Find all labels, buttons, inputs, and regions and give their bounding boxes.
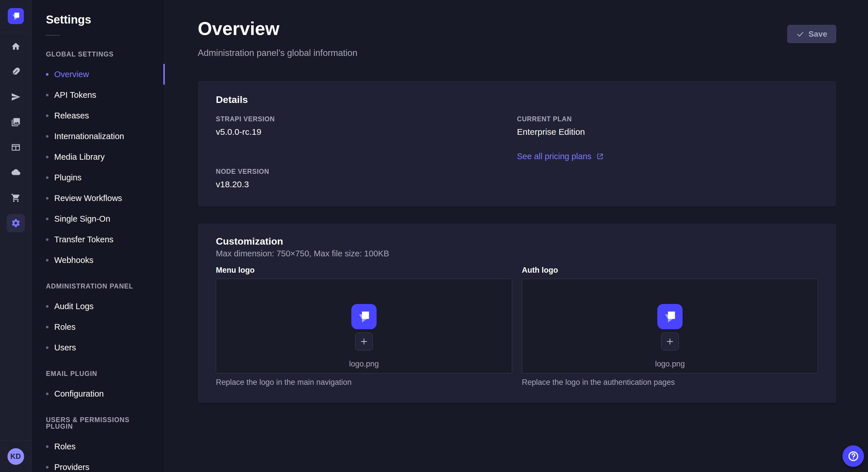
customization-card-title: Customization <box>216 236 818 246</box>
save-button-label: Save <box>809 30 827 39</box>
sidebar-item-releases[interactable]: Releases <box>46 105 154 126</box>
sidebar-item-review-workflows[interactable]: Review Workflows <box>46 188 154 208</box>
sidebar-item-label: Transfer Tokens <box>54 235 113 244</box>
paper-plane-icon[interactable] <box>7 88 25 106</box>
administration-panel-list: Audit Logs Roles Users <box>46 296 154 358</box>
subnav-title: Settings <box>46 12 154 26</box>
node-version-label: NODE VERSION <box>216 168 517 175</box>
bullet-icon <box>46 326 49 328</box>
menu-logo-field: Menu logo logo.png Replace the logo in t… <box>216 266 512 387</box>
auth-logo-field: Auth logo logo.png Replace the logo in t… <box>522 266 818 387</box>
nav-logo-section <box>0 0 31 32</box>
home-icon[interactable] <box>7 37 25 56</box>
sidebar-item-single-sign-on[interactable]: Single Sign-On <box>46 208 154 229</box>
customization-card: Customization Max dimension: 750×750, Ma… <box>198 224 836 403</box>
bullet-icon <box>46 346 49 349</box>
sidebar-item-label: Roles <box>54 442 75 451</box>
strapi-version-field: STRAPI VERSION v5.0.0-rc.19 <box>216 115 517 137</box>
sidebar-item-label: API Tokens <box>54 90 96 100</box>
nav-icon-list <box>0 32 31 440</box>
details-left-column: STRAPI VERSION v5.0.0-rc.19 NODE VERSION… <box>216 115 517 189</box>
sidebar-item-label: Releases <box>54 111 89 121</box>
pictures-icon[interactable] <box>7 113 25 131</box>
menu-logo-filename: logo.png <box>349 360 379 369</box>
auth-logo-dropzone[interactable]: logo.png <box>522 279 818 373</box>
sidebar-item-internationalization[interactable]: Internationalization <box>46 126 154 146</box>
bullet-icon <box>46 305 49 308</box>
global-settings-list: Overview API Tokens Releases Internation… <box>46 64 154 270</box>
bullet-icon <box>46 393 49 395</box>
layout-icon[interactable] <box>7 138 25 157</box>
sidebar-item-label: Users <box>54 343 76 352</box>
sidebar-item-admin-roles[interactable]: Roles <box>46 316 154 337</box>
sidebar-item-label: Plugins <box>54 173 82 182</box>
strapi-admin-app: KD Settings GLOBAL SETTINGS Overview API… <box>0 0 868 472</box>
cloud-icon[interactable] <box>7 164 25 182</box>
page-title: Overview <box>198 19 836 39</box>
bullet-icon <box>46 259 49 262</box>
menu-logo-label: Menu logo <box>216 266 512 275</box>
sidebar-item-label: Internationalization <box>54 132 124 141</box>
add-logo-button[interactable] <box>661 333 679 350</box>
nav-user-section: KD <box>0 440 31 472</box>
gear-icon[interactable] <box>7 214 25 232</box>
sidebar-item-transfer-tokens[interactable]: Transfer Tokens <box>46 229 154 250</box>
sidebar-item-admin-users[interactable]: Users <box>46 337 154 358</box>
section-label-global-settings: GLOBAL SETTINGS <box>46 51 154 58</box>
plus-icon <box>360 337 369 346</box>
checkmark-icon <box>796 30 804 38</box>
sidebar-item-label: Media Library <box>54 152 105 162</box>
bullet-icon <box>46 217 49 220</box>
details-right-column: CURRENT PLAN Enterprise Edition See all … <box>517 115 818 189</box>
sidebar-item-api-tokens[interactable]: API Tokens <box>46 85 154 105</box>
current-plan-field: CURRENT PLAN Enterprise Edition <box>517 115 818 137</box>
sidebar-item-label: Configuration <box>54 389 104 399</box>
save-button[interactable]: Save <box>787 25 836 43</box>
page-subtitle: Administration panel’s global informatio… <box>198 47 836 59</box>
strapi-version-label: STRAPI VERSION <box>216 115 517 123</box>
node-version-field: NODE VERSION v18.20.3 <box>216 168 517 189</box>
pricing-plans-link[interactable]: See all pricing plans <box>517 152 604 161</box>
bullet-icon <box>46 135 49 138</box>
section-label-administration-panel: ADMINISTRATION PANEL <box>46 283 154 290</box>
email-plugin-list: Configuration <box>46 383 154 404</box>
menu-logo-hint: Replace the logo in the main navigation <box>216 378 512 387</box>
details-grid: STRAPI VERSION v5.0.0-rc.19 NODE VERSION… <box>216 115 818 189</box>
active-item-indicator <box>163 64 165 85</box>
menu-logo-dropzone[interactable]: logo.png <box>216 279 512 373</box>
bullet-icon <box>46 73 49 76</box>
bullet-icon <box>46 238 49 241</box>
sidebar-item-up-providers[interactable]: Providers <box>46 457 154 472</box>
auth-logo-hint: Replace the logo in the authentication p… <box>522 378 818 387</box>
main-content: Overview Administration panel’s global i… <box>165 0 868 472</box>
plus-icon <box>665 337 675 346</box>
bullet-icon <box>46 176 49 179</box>
current-plan-value: Enterprise Edition <box>517 127 818 137</box>
sidebar-item-label: Single Sign-On <box>54 214 110 224</box>
sidebar-item-overview[interactable]: Overview <box>46 64 154 85</box>
avatar[interactable]: KD <box>7 448 24 465</box>
sidebar-item-label: Roles <box>54 322 75 332</box>
shopping-cart-icon[interactable] <box>7 189 25 207</box>
circled-question-mark-icon <box>847 450 859 462</box>
strapi-logo[interactable] <box>8 8 24 24</box>
node-version-value: v18.20.3 <box>216 179 517 189</box>
section-label-users-permissions-plugin: USERS & PERMISSIONS PLUGIN <box>46 417 154 430</box>
external-link-icon <box>596 153 604 160</box>
sidebar-item-label: Review Workflows <box>54 194 122 203</box>
sidebar-item-plugins[interactable]: Plugins <box>46 167 154 188</box>
settings-subnav: Settings GLOBAL SETTINGS Overview API To… <box>32 0 165 472</box>
sidebar-item-webhooks[interactable]: Webhooks <box>46 250 154 270</box>
auth-logo-filename: logo.png <box>655 360 685 369</box>
sidebar-item-up-roles[interactable]: Roles <box>46 436 154 457</box>
add-logo-button[interactable] <box>355 333 373 350</box>
details-card: Details STRAPI VERSION v5.0.0-rc.19 NODE… <box>198 81 836 206</box>
feather-icon[interactable] <box>7 63 25 81</box>
sidebar-item-media-library[interactable]: Media Library <box>46 146 154 167</box>
help-button[interactable] <box>842 445 864 467</box>
sidebar-item-label: Providers <box>54 463 90 472</box>
sidebar-item-email-configuration[interactable]: Configuration <box>46 383 154 404</box>
bullet-icon <box>46 156 49 158</box>
sidebar-item-audit-logs[interactable]: Audit Logs <box>46 296 154 316</box>
strapi-logo-preview <box>351 304 377 329</box>
